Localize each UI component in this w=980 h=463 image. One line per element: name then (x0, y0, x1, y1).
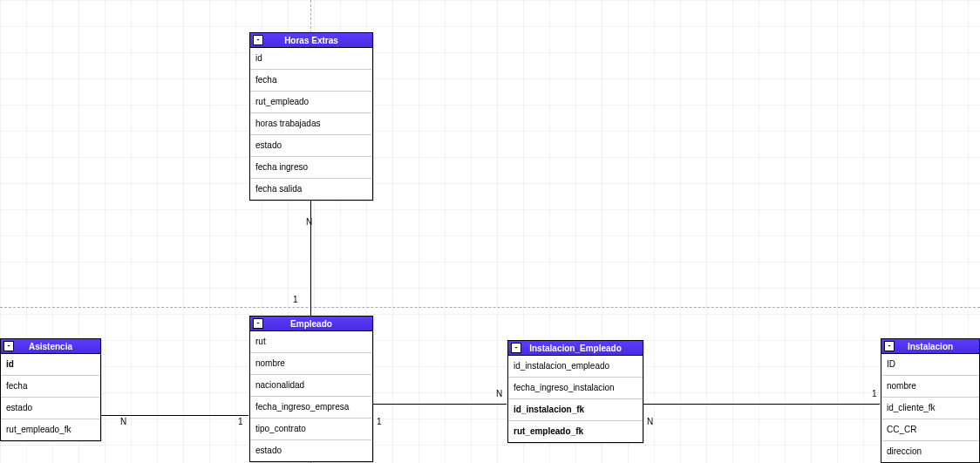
card-ie-inst-n: N (647, 417, 653, 426)
guide-horizontal (0, 307, 980, 308)
attr[interactable]: fecha_ingreso_instalacion (508, 378, 643, 399)
attr[interactable]: nacionalidad (250, 375, 372, 397)
attr[interactable]: nombre (881, 376, 979, 398)
card-emp-ie-n: N (496, 389, 502, 398)
canvas-grid (0, 0, 980, 463)
card-asistencia-n: N (120, 417, 126, 426)
entity-asistencia[interactable]: - Asistencia id fecha estado rut_emplead… (0, 338, 101, 441)
attr[interactable]: nombre (250, 353, 372, 375)
entity-title: Empleado (290, 319, 332, 329)
entity-title: Horas Extras (284, 36, 338, 45)
collapse-icon[interactable]: - (253, 318, 263, 329)
attr[interactable]: estado (1, 398, 100, 419)
attr[interactable]: estado (250, 135, 372, 157)
entity-title: Instalacion (908, 342, 953, 351)
attr[interactable]: CC_CR (881, 419, 979, 441)
attr[interactable]: rut_empleado_fk (508, 421, 643, 442)
attr[interactable]: id_instalacion_fk (508, 399, 643, 421)
attr[interactable]: direccion (881, 441, 979, 462)
collapse-icon[interactable]: - (3, 341, 14, 351)
attr[interactable]: tipo_contrato (250, 419, 372, 440)
entity-instalacion-header[interactable]: - Instalacion (881, 339, 979, 354)
attr[interactable]: fecha (250, 70, 372, 92)
connector-empleado-instalacion-empleado (371, 404, 507, 405)
attr[interactable]: horas trabajadas (250, 113, 372, 135)
entity-empleado-header[interactable]: - Empleado (250, 317, 372, 331)
entity-instalacion-empleado-header[interactable]: - Instalacion_Empleado (508, 341, 643, 356)
attr[interactable]: fecha (1, 376, 100, 398)
entity-empleado[interactable]: - Empleado rut nombre nacionalidad fecha… (249, 316, 373, 462)
attr[interactable]: fecha_ingreso_empresa (250, 397, 372, 419)
card-ie-inst-1: 1 (872, 389, 877, 398)
attr[interactable]: rut_empleado (250, 92, 372, 113)
entity-title: Instalacion_Empleado (529, 344, 622, 353)
card-horas-1: 1 (293, 295, 298, 304)
collapse-icon[interactable]: - (253, 35, 263, 45)
attr[interactable]: id_cliente_fk (881, 398, 979, 419)
entity-instalacion[interactable]: - Instalacion ID nombre id_cliente_fk CC… (881, 338, 980, 463)
entity-title: Asistencia (29, 342, 72, 351)
entity-asistencia-header[interactable]: - Asistencia (1, 339, 100, 354)
entity-horas-extras[interactable]: - Horas Extras id fecha rut_empleado hor… (249, 32, 373, 201)
attr[interactable]: id_instalacion_empleado (508, 356, 643, 378)
attr[interactable]: estado (250, 440, 372, 461)
entity-instalacion-empleado[interactable]: - Instalacion_Empleado id_instalacion_em… (507, 340, 643, 443)
attr[interactable]: rut_empleado_fk (1, 419, 100, 440)
attr[interactable]: id (1, 354, 100, 376)
connector-asistencia-empleado (100, 415, 248, 416)
attr[interactable]: fecha ingreso (250, 157, 372, 179)
attr[interactable]: ID (881, 354, 979, 376)
card-horas-n: N (306, 217, 312, 227)
card-emp-ie-1: 1 (377, 417, 382, 426)
entity-horas-extras-header[interactable]: - Horas Extras (250, 33, 372, 48)
attr[interactable]: rut (250, 331, 372, 353)
collapse-icon[interactable]: - (511, 343, 521, 353)
connector-instalacion-empleado-instalacion (642, 404, 880, 405)
attr[interactable]: fecha salida (250, 179, 372, 200)
card-asistencia-1: 1 (238, 417, 243, 426)
attr[interactable]: id (250, 48, 372, 70)
collapse-icon[interactable]: - (884, 341, 895, 351)
